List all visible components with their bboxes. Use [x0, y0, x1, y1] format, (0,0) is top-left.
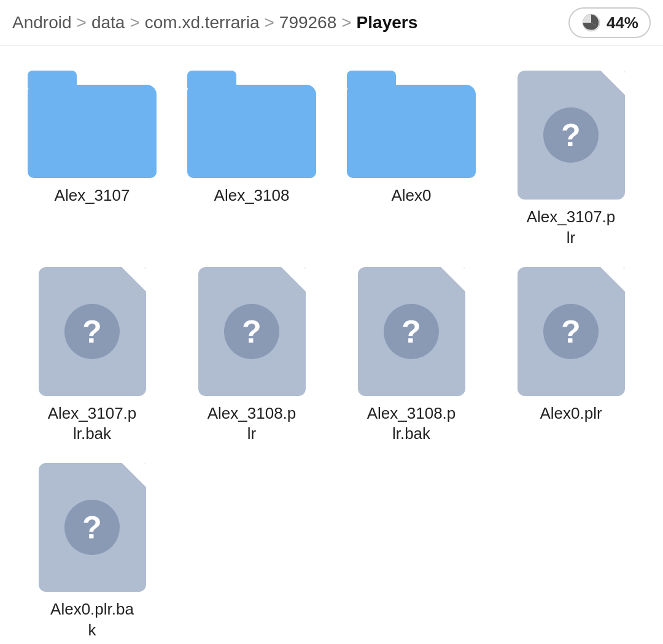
file-label: Alex_3107	[55, 185, 130, 206]
list-item[interactable]: Alex0	[338, 71, 485, 249]
breadcrumb-android[interactable]: Android	[12, 13, 72, 33]
generic-file-icon: ?	[518, 267, 625, 396]
list-item[interactable]: ? Alex_3107.plr	[497, 71, 645, 249]
generic-file-icon: ?	[198, 267, 306, 396]
list-item[interactable]: ? Alex0.plr.bak	[18, 463, 166, 641]
breadcrumb-package[interactable]: com.xd.terraria	[145, 13, 260, 33]
file-label: Alex0.plr	[540, 403, 602, 424]
breadcrumb-sep-3: >	[264, 13, 274, 33]
folder-icon	[347, 71, 476, 178]
question-mark-icon: ?	[543, 304, 599, 359]
pie-chart-icon	[581, 12, 602, 33]
breadcrumb-players[interactable]: Players	[357, 13, 418, 33]
generic-file-icon: ?	[39, 463, 146, 592]
breadcrumb-sep-2: >	[130, 13, 139, 33]
file-grid: Alex_3107 Alex_3108 Alex0 ? Alex_3107.pl…	[0, 46, 663, 644]
file-label: Alex_3107.plr	[527, 207, 616, 249]
list-item[interactable]: Alex_3108	[178, 71, 325, 249]
question-mark-icon: ?	[224, 304, 279, 359]
breadcrumb: Android > data > com.xd.terraria > 79926…	[12, 13, 568, 33]
file-label: Alex_3107.plr.bak	[48, 403, 137, 445]
storage-percent: 44%	[607, 14, 638, 33]
file-label: Alex0	[391, 185, 431, 206]
generic-file-icon: ?	[358, 267, 465, 396]
list-item[interactable]: ? Alex_3107.plr.bak	[18, 267, 166, 445]
question-mark-icon: ?	[64, 500, 120, 555]
generic-file-icon: ?	[518, 71, 625, 200]
breadcrumb-id[interactable]: 799268	[279, 13, 336, 33]
list-item[interactable]: ? Alex_3108.plr	[178, 267, 325, 445]
file-label: Alex_3108	[214, 185, 290, 206]
folder-icon	[28, 71, 157, 178]
question-mark-icon: ?	[543, 107, 599, 163]
file-label: Alex_3108.plr.bak	[367, 403, 456, 445]
storage-badge[interactable]: 44%	[568, 7, 651, 38]
list-item[interactable]: ? Alex0.plr	[497, 267, 645, 445]
folder-icon	[187, 71, 316, 178]
file-label: Alex_3108.plr	[207, 403, 297, 445]
generic-file-icon: ?	[39, 267, 146, 396]
breadcrumb-sep-4: >	[341, 13, 351, 33]
list-item[interactable]: Alex_3107	[18, 71, 166, 249]
breadcrumb-sep-1: >	[77, 13, 87, 33]
file-label: Alex0.plr.bak	[50, 599, 134, 641]
question-mark-icon: ?	[64, 304, 120, 359]
breadcrumb-data[interactable]: data	[91, 13, 125, 33]
question-mark-icon: ?	[384, 304, 439, 359]
breadcrumb-bar: Android > data > com.xd.terraria > 79926…	[0, 0, 663, 46]
list-item[interactable]: ? Alex_3108.plr.bak	[338, 267, 485, 445]
